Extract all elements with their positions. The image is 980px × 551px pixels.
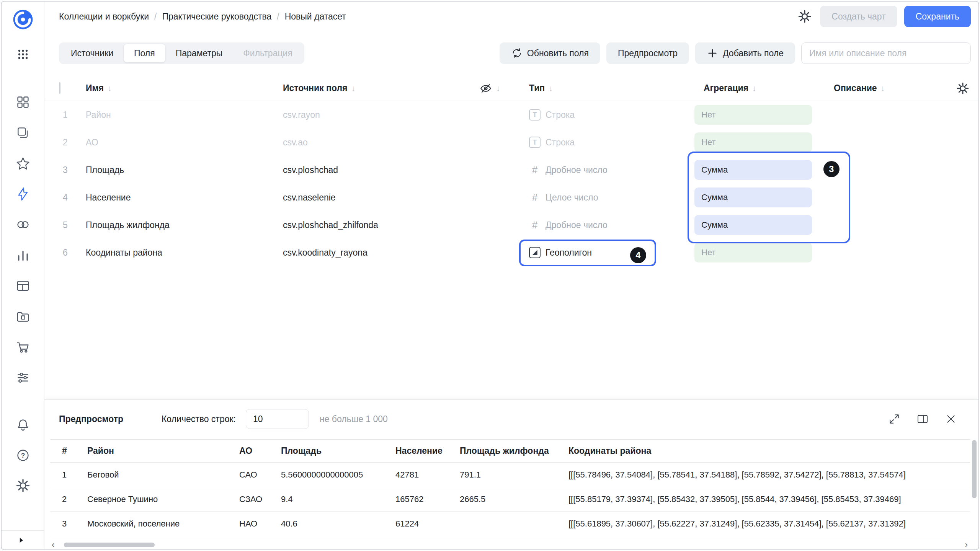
row-number: 2 <box>59 137 86 148</box>
scroll-right-icon[interactable]: › <box>965 540 968 550</box>
tab-filtering[interactable]: Фильтрация <box>233 44 303 62</box>
split-view-icon[interactable] <box>914 411 931 427</box>
field-aggregation-select[interactable]: Нет <box>694 132 825 152</box>
field-aggregation-select[interactable]: Нет <box>694 243 825 262</box>
preview-cell: 61224 <box>395 519 460 529</box>
sort-arrow-icon: ↓ <box>496 84 500 93</box>
save-button[interactable]: Сохранить <box>904 6 971 27</box>
column-header-aggregation[interactable]: Агрегация ↓ <box>694 83 825 93</box>
notifications-bell-icon[interactable] <box>15 416 31 433</box>
horizontal-scrollbar-thumb[interactable] <box>64 543 155 547</box>
column-header-name[interactable]: Имя ↓ <box>86 83 283 93</box>
breadcrumb-collections[interactable]: Коллекции и воркбуки <box>59 11 149 22</box>
select-all-checkbox[interactable] <box>59 82 60 94</box>
scroll-left-icon[interactable]: ‹ <box>52 540 54 550</box>
field-row[interactable]: 2 АО csv.ao T Строка Нет <box>44 129 978 156</box>
column-header-type[interactable]: Тип ↓ <box>529 83 694 93</box>
field-row[interactable]: 1 Район csv.rayon T Строка Нет <box>44 101 978 129</box>
close-icon[interactable] <box>942 411 959 427</box>
aggregation-badge[interactable]: Сумма <box>694 187 812 207</box>
datalens-logo[interactable] <box>11 8 34 31</box>
aggregation-badge[interactable]: Нет <box>694 243 812 262</box>
column-header-description[interactable]: Описание ↓ <box>825 83 951 93</box>
vertical-scrollbar[interactable] <box>972 439 977 540</box>
field-name[interactable]: Коодинаты района <box>86 248 283 258</box>
preview-toggle-button[interactable]: Предпросмотр <box>606 42 689 64</box>
column-header-hidden[interactable]: ↓ <box>479 82 529 95</box>
preview-col-naselenie: Население <box>395 446 460 456</box>
collapse-arrow-icon[interactable] <box>16 535 26 545</box>
field-type-select[interactable]: T Строка <box>529 109 694 121</box>
apps-grid-icon[interactable] <box>15 46 31 63</box>
field-name[interactable]: АО <box>86 137 283 148</box>
field-name[interactable]: Район <box>86 110 283 120</box>
sidebar: ? <box>2 2 44 549</box>
field-type-select[interactable]: # Дробное число <box>529 219 694 231</box>
field-aggregation-select[interactable]: Сумма <box>694 160 825 180</box>
sidebar-item-connections[interactable] <box>15 216 31 233</box>
field-name[interactable]: Площадь <box>86 165 283 175</box>
expand-icon[interactable] <box>886 411 903 427</box>
field-aggregation-select[interactable]: Нет <box>694 105 825 125</box>
sidebar-item-services[interactable] <box>15 369 31 386</box>
field-source: csv.ao <box>283 137 479 148</box>
field-type-select[interactable]: # Целое число <box>529 192 694 204</box>
column-name-label: Имя <box>86 83 104 93</box>
aggregation-badge[interactable]: Сумма <box>694 160 812 180</box>
horizontal-scrollbar[interactable]: ‹ › <box>50 540 978 549</box>
tab-parameters[interactable]: Параметры <box>165 44 233 62</box>
aggregation-badge[interactable]: Сумма <box>694 215 812 235</box>
tab-sources[interactable]: Источники <box>60 44 124 62</box>
create-chart-button[interactable]: Создать чарт <box>820 6 897 27</box>
field-type-select[interactable]: T Строка <box>529 137 694 148</box>
number-type-icon: # <box>529 164 541 176</box>
refresh-fields-button[interactable]: Обновить поля <box>500 42 600 64</box>
preview-cell: Северное Тушино <box>87 494 239 504</box>
row-count-input[interactable] <box>246 409 309 429</box>
dataset-settings-gear-icon[interactable] <box>796 8 813 25</box>
sort-arrow-icon: ↓ <box>752 84 756 93</box>
field-name[interactable]: Население <box>86 192 283 203</box>
field-search-input[interactable] <box>801 42 971 64</box>
field-row[interactable]: 6 Коодинаты района csv.koodinaty_rayona … <box>44 239 978 266</box>
field-type-label: Строка <box>546 110 575 120</box>
sort-arrow-icon: ↓ <box>881 84 885 93</box>
breadcrumb-separator: / <box>277 11 279 22</box>
field-row[interactable]: 5 Площадь жилфонда csv.ploshchad_zhilfon… <box>44 211 978 239</box>
sidebar-item-tables[interactable] <box>15 277 31 294</box>
toolbar: Источники Поля Параметры Фильтрация Обно… <box>59 42 971 64</box>
eye-off-icon <box>479 82 492 95</box>
aggregation-badge[interactable]: Нет <box>694 105 812 125</box>
sort-arrow-icon: ↓ <box>351 84 355 93</box>
field-type-select[interactable]: # Дробное число <box>529 164 694 176</box>
field-type-label: Дробное число <box>546 220 608 230</box>
aggregation-badge[interactable]: Нет <box>694 132 812 152</box>
sidebar-item-workbooks[interactable] <box>15 124 31 141</box>
preview-cell: 1 <box>50 470 87 480</box>
sidebar-item-marketplace[interactable] <box>15 339 31 355</box>
step-badge-4: 4 <box>630 247 646 263</box>
field-aggregation-select[interactable]: Сумма <box>694 215 825 235</box>
settings-gear-icon[interactable] <box>15 477 31 494</box>
sidebar-item-storage[interactable] <box>15 308 31 325</box>
column-header-source[interactable]: Источник поля ↓ <box>283 83 479 93</box>
field-row[interactable]: 4 Население csv.naselenie # Целое число … <box>44 184 978 211</box>
sidebar-item-dashboards[interactable] <box>15 94 31 111</box>
table-settings-gear-icon[interactable] <box>956 82 978 95</box>
breadcrumb-guides[interactable]: Практические руководства <box>162 11 271 22</box>
sidebar-item-datalens[interactable] <box>15 186 31 202</box>
help-icon[interactable]: ? <box>15 447 31 464</box>
field-aggregation-select[interactable]: Сумма <box>694 187 825 207</box>
string-type-icon: T <box>529 109 541 121</box>
field-source: csv.ploshchad <box>283 165 479 175</box>
row-number: 3 <box>59 165 86 175</box>
field-source: csv.koodinaty_rayona <box>283 248 479 258</box>
vertical-scrollbar-thumb[interactable] <box>972 440 977 498</box>
preview-header: Предпросмотр Количество строк: не больше… <box>44 400 978 438</box>
field-name[interactable]: Площадь жилфонда <box>86 220 283 230</box>
tab-fields[interactable]: Поля <box>124 44 165 62</box>
add-field-button[interactable]: Добавить поле <box>695 42 795 64</box>
sidebar-item-charts[interactable] <box>15 247 31 264</box>
field-type-select[interactable]: Геополигон <box>529 247 694 258</box>
sidebar-item-favorites[interactable] <box>15 155 31 172</box>
